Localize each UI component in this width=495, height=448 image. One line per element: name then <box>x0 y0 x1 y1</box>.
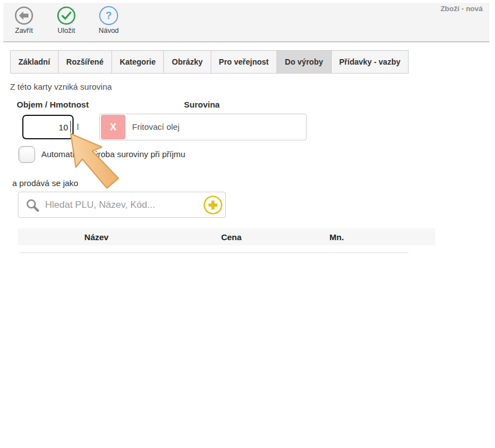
check-icon <box>57 6 76 25</box>
tab-pro-verejnost[interactable]: Pro veřejnost <box>211 50 277 74</box>
back-arrow-icon <box>14 6 33 25</box>
goods-edit-window: Zboží - nová Zavřít Ulož <box>0 0 495 448</box>
ingredient-field[interactable]: X Fritovací olej <box>99 114 307 140</box>
ingredient-value: Fritovací olej <box>132 114 179 140</box>
toolbar-buttons: Zavřít Uložit ? Návod <box>11 6 122 35</box>
text-caret <box>70 121 71 133</box>
column-header-name: Název <box>18 232 175 242</box>
tab-pridavky-vazby[interactable]: Přídavky - vazby <box>331 50 409 74</box>
section-heading: Z této karty vzniká surovina <box>10 82 112 91</box>
tab-kategorie[interactable]: Kategorie <box>111 50 164 74</box>
auto-production-label: Automatická výroba suroviny při příjmu <box>41 149 185 159</box>
sold-as-table-header: Název Cena Mn. <box>18 228 435 245</box>
volume-label: Objem / Hmotnost <box>17 100 89 109</box>
sold-as-table-body <box>20 246 409 253</box>
column-header-qty: Mn. <box>288 232 386 242</box>
question-icon: ? <box>99 6 118 25</box>
tab-do-vyroby[interactable]: Do výroby <box>276 50 331 74</box>
ingredient-label: Surovina <box>184 100 220 109</box>
sold-as-label: a prodává se jako <box>12 178 78 188</box>
search-input[interactable] <box>45 193 196 217</box>
tab-zakladni[interactable]: Základní <box>10 50 59 74</box>
toolbar: Zboží - nová Zavřít Ulož <box>3 3 489 42</box>
tab-rozsirene[interactable]: Rozšířené <box>58 50 112 74</box>
save-button-label: Uložit <box>57 27 75 35</box>
volume-input-wrap <box>22 115 74 139</box>
save-button[interactable]: Uložit <box>54 6 79 35</box>
volume-unit: l <box>77 115 79 139</box>
search-icon <box>25 198 40 215</box>
window-title: Zboží - nová <box>440 4 483 13</box>
column-header-price: Cena <box>175 232 288 242</box>
help-button-label: Návod <box>99 27 119 35</box>
volume-input[interactable] <box>22 115 74 139</box>
close-button[interactable]: Zavřít <box>11 6 37 35</box>
search-box <box>18 192 226 218</box>
auto-production-checkbox[interactable] <box>18 146 35 163</box>
tab-obrazky[interactable]: Obrázky <box>163 50 211 74</box>
tab-bar: Základní Rozšířené Kategorie Obrázky Pro… <box>10 50 409 74</box>
help-button[interactable]: ? Návod <box>96 6 122 35</box>
add-item-button[interactable] <box>203 195 223 215</box>
remove-ingredient-button[interactable]: X <box>101 115 125 139</box>
close-button-label: Zavřít <box>15 27 33 35</box>
